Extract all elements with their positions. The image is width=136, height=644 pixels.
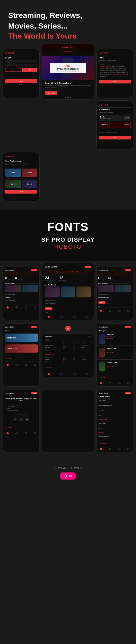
nav-c-search[interactable]: [60, 315, 63, 319]
genre-mystery[interactable]: MYSTERY: [110, 72, 115, 73]
nav-r-home[interactable]: [99, 309, 103, 312]
genre-romance[interactable]: ROMANCE: [115, 72, 121, 73]
lists-nav-search[interactable]: [15, 363, 18, 366]
pref-action[interactable]: Action: [22, 169, 38, 177]
pref-series1[interactable]: Sci-Fi: [5, 180, 21, 188]
login-btn[interactable]: Log in: [5, 68, 21, 72]
ed-nav-settings[interactable]: [127, 447, 130, 451]
h-nav-profile[interactable]: [73, 372, 76, 376]
genre-animation[interactable]: ANIMATION: [112, 66, 118, 67]
lists-nav-settings[interactable]: [33, 363, 37, 366]
nav-profile[interactable]: [24, 306, 27, 309]
genre-sport[interactable]: SPORT: [108, 74, 112, 75]
edit-go-back[interactable]: ← Go Back: [99, 442, 106, 444]
genre-documentary[interactable]: DOCUMENTARY: [110, 68, 118, 69]
profile-left-invite[interactable]: Invite your friends and get 1 month free: [5, 272, 38, 276]
genre-realitytv[interactable]: REALITY TV: [122, 72, 128, 73]
r-close-icon[interactable]: ✕: [130, 296, 131, 298]
edit-name-field[interactable]: Name John Griffin: [97, 398, 133, 403]
nav-c-settings[interactable]: [86, 315, 89, 319]
ed-nav-profile[interactable]: [118, 447, 121, 451]
h-nav-home[interactable]: [47, 372, 50, 376]
lists-nav-home[interactable]: [6, 363, 9, 366]
nav-r-search[interactable]: [109, 309, 112, 312]
nav-settings[interactable]: [33, 306, 37, 309]
profile-right-invite[interactable]: Invite your friends and get 1 month free: [98, 272, 131, 276]
edit-birth-field[interactable]: Birthdate 15/10/88: [97, 408, 133, 413]
edit-expiry-field[interactable]: Expiry Date 01/28: [97, 426, 133, 431]
genre-horror[interactable]: HORROR: [122, 70, 126, 71]
genre-musical[interactable]: MUSICAL: [104, 72, 109, 73]
lists-go-back[interactable]: ← Go Back: [5, 357, 12, 359]
rt-nav-home[interactable]: [99, 382, 103, 385]
inv-nav-profile[interactable]: [24, 432, 27, 435]
edit-holder-field[interactable]: Holder Name John Griffin: [97, 421, 133, 426]
genre-superhero[interactable]: SUPERHERO: [113, 74, 119, 75]
join-link[interactable]: Join →: [34, 76, 37, 77]
nav-r-settings[interactable]: [127, 309, 130, 312]
inv-nav-home[interactable]: [6, 432, 9, 435]
clear-btn[interactable]: Clear: [88, 336, 91, 338]
rt-nav-search[interactable]: [109, 382, 112, 385]
h-nav-settings[interactable]: [86, 372, 89, 376]
drama-list-card[interactable]: DRAMA: [5, 334, 38, 342]
password-field[interactable]: Password: [5, 64, 37, 66]
invite-go-back[interactable]: ← Go Back: [5, 427, 12, 428]
edit-password-field[interactable]: Password Modify password: [97, 434, 133, 439]
basic-plan[interactable]: Basic For single viewer 5,99€ per month: [99, 115, 131, 121]
action-list-card[interactable]: ACTION: [5, 344, 38, 353]
ratings-go-back[interactable]: ← Go Back: [99, 376, 106, 378]
facebook-icon[interactable]: f: [13, 418, 17, 421]
premium-plan[interactable]: Premium For all the family 12,99€ per mo…: [99, 122, 131, 128]
watch-now-btn[interactable]: Watch Now: [45, 91, 57, 95]
genre-thriller[interactable]: THRILLER: [120, 74, 125, 75]
genre-adventure[interactable]: ADVENTURE: [105, 66, 112, 67]
genre-comedy[interactable]: COMEDY: [100, 68, 105, 69]
lets-get-started[interactable]: Let's Get Started →: [45, 51, 91, 52]
genre-next-btn[interactable]: Next: [99, 80, 131, 83]
genre-history[interactable]: HISTORY: [116, 70, 121, 71]
ed-nav-home[interactable]: [99, 447, 103, 451]
rt-nav-settings[interactable]: [127, 382, 130, 385]
pref-next-btn[interactable]: Next: [5, 190, 37, 194]
close-icon[interactable]: ✕: [91, 284, 92, 286]
edit-email-field[interactable]: E-Mail john.griffin@email.com: [97, 403, 133, 408]
profile-center-invite[interactable]: Invite your friends and get 1 month free: [45, 270, 91, 274]
nav-r-profile[interactable]: [118, 309, 121, 312]
genre-family[interactable]: FAMILY: [123, 68, 127, 69]
rt-nav-profile[interactable]: [118, 382, 121, 385]
genre-drama[interactable]: DRAMA: [119, 68, 122, 69]
join-btn[interactable]: Join: [22, 68, 37, 72]
genre-noir[interactable]: NOIR: [106, 70, 108, 71]
nav-home[interactable]: [6, 306, 9, 309]
genre-war[interactable]: WAR: [126, 74, 128, 75]
inv-nav-settings[interactable]: [33, 432, 37, 435]
r-films-tag[interactable]: Films: [98, 301, 106, 304]
done-btn[interactable]: Done: [99, 136, 131, 139]
history-go-back[interactable]: ← Go Back: [45, 367, 52, 369]
pref-drama[interactable]: Drama: [5, 169, 21, 177]
lists-nav-profile[interactable]: [24, 363, 27, 366]
genre-western[interactable]: WESTERN: [100, 76, 106, 77]
nav-search[interactable]: [15, 306, 18, 309]
genre-fantasy[interactable]: FANTASY: [100, 70, 105, 71]
inv-nav-search[interactable]: [15, 432, 18, 435]
nav-c-home[interactable]: [47, 315, 50, 319]
pref-series2[interactable]: Comedy: [22, 180, 38, 188]
ed-nav-search[interactable]: [109, 447, 112, 451]
genre-gameshow[interactable]: GAME SHOW: [109, 70, 116, 71]
genre-biography[interactable]: BIOGRAPHY: [119, 66, 125, 67]
log-in-full-btn[interactable]: Log in: [5, 79, 37, 83]
films-pref-tag[interactable]: Films: [45, 307, 52, 310]
instagram-icon[interactable]: ig: [25, 418, 29, 421]
twitter-icon[interactable]: t: [19, 418, 23, 421]
genre-action[interactable]: ACTION: [100, 66, 104, 67]
genre-short[interactable]: SHORT: [104, 74, 108, 75]
genre-scifi[interactable]: SCI-FI: [100, 74, 104, 75]
edit-country-field[interactable]: Country USA: [97, 413, 133, 418]
genre-crime[interactable]: CRIME: [106, 68, 109, 69]
name-field[interactable]: Name: [5, 60, 37, 63]
genre-music[interactable]: MUSIC: [100, 72, 104, 73]
h-nav-search[interactable]: [60, 372, 63, 376]
nav-c-profile[interactable]: [73, 315, 76, 319]
